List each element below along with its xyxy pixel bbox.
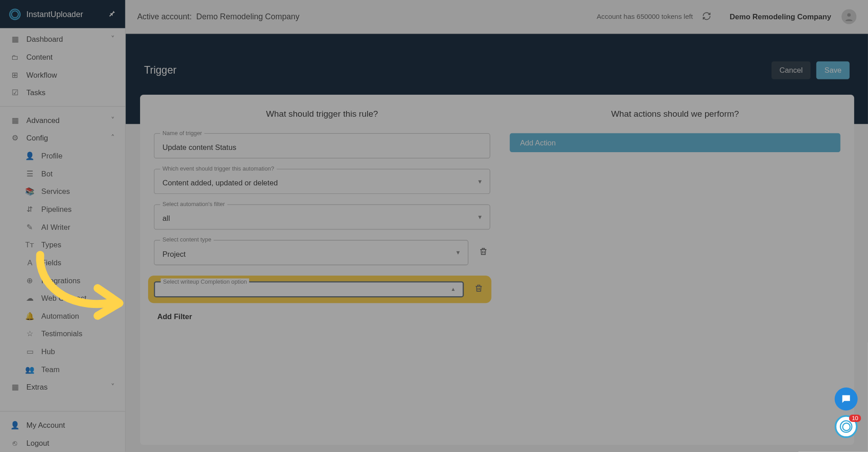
sidebar-item-label: My Account	[26, 421, 65, 430]
page-title: Trigger	[144, 64, 176, 76]
sidebar-sub-services[interactable]: 📚Services	[0, 183, 125, 201]
book-icon: 📚	[25, 187, 34, 196]
field-value: Content added, updated or deleted	[162, 179, 278, 187]
grid4-icon: ▦	[10, 383, 19, 391]
sidebar-item-label: Team	[41, 365, 60, 373]
event-select[interactable]: Which event should trigger this automati…	[154, 169, 490, 194]
field-value: all	[162, 214, 170, 223]
sidebar-item-extras[interactable]: ▦ Extras ˅	[0, 378, 125, 396]
grid2-icon: ⊞	[10, 70, 19, 79]
delete-icon[interactable]	[472, 281, 486, 298]
field-label: Select writeup Completion option	[161, 278, 249, 285]
chat-bubble-button[interactable]	[835, 387, 858, 410]
sidebar-item-label: Logout	[26, 439, 49, 447]
star-icon: ☆	[25, 329, 34, 338]
chevron-up-icon: ▲	[451, 286, 456, 292]
pencil-icon: ✎	[25, 223, 34, 231]
sidebar-item-label: Types	[41, 241, 61, 249]
sidebar-item-label: Advanced	[26, 116, 60, 124]
cancel-button[interactable]: Cancel	[772, 61, 811, 79]
sidebar-item-tasks[interactable]: ☑ Tasks	[0, 84, 125, 102]
sidebar-item-workflow[interactable]: ⊞ Workflow	[0, 66, 125, 84]
trigger-name-field[interactable]: Name of trigger Update content Status	[154, 133, 490, 158]
hub-icon: ▭	[25, 347, 34, 356]
type-icon: Tᴛ	[25, 241, 34, 249]
filter-select[interactable]: Select automation's filter all ▼	[154, 204, 490, 229]
grid-icon: ▦	[10, 35, 19, 44]
topbar: Active account: Demo Remodeling Company …	[126, 0, 868, 34]
field-label: Which event should trigger this automati…	[160, 165, 276, 171]
trigger-title: What should trigger this rule?	[154, 109, 490, 118]
sidebar-sub-hub[interactable]: ▭Hub	[0, 343, 125, 361]
sidebar-item-label: Workflow	[26, 70, 57, 79]
sidebar: InstantUploader ▦ Dashboard ˅ 🗀 Content …	[0, 0, 126, 452]
trigger-card: What should trigger this rule? Name of t…	[140, 95, 854, 445]
actions-title: What actions should we perform?	[510, 109, 841, 118]
divider	[0, 411, 125, 412]
logout-icon: ⎋	[10, 439, 19, 447]
field-label: Select automation's filter	[160, 201, 227, 207]
tutorial-arrow-icon	[33, 250, 127, 324]
save-button[interactable]: Save	[816, 61, 850, 79]
sidebar-item-label: Pipelines	[41, 205, 71, 214]
sidebar-sub-bot[interactable]: ☰Bot	[0, 165, 125, 183]
brand-name: InstantUploader	[26, 9, 102, 18]
sidebar-item-label: Services	[41, 187, 70, 196]
user-icon: 👤	[10, 421, 19, 430]
grid3-icon: ▦	[10, 116, 19, 124]
sidebar-item-label: Profile	[41, 152, 62, 160]
delete-icon[interactable]	[477, 245, 491, 261]
sidebar-sub-pipelines[interactable]: ⇵Pipelines	[0, 200, 125, 218]
sidebar-item-label: Tasks	[26, 88, 46, 97]
brand-logo-icon	[9, 9, 21, 20]
sidebar-item-label: Bot	[41, 169, 53, 178]
sidebar-sub-team[interactable]: 👥Team	[0, 360, 125, 378]
chevron-down-icon: ˅	[111, 116, 115, 124]
notification-badge: 10	[849, 414, 861, 422]
sidebar-item-label: AI Writer	[41, 223, 70, 231]
chevron-down-icon: ▼	[455, 250, 461, 256]
add-filter-link[interactable]: Add Filter	[154, 312, 490, 321]
sidebar-item-myaccount[interactable]: 👤 My Account	[0, 416, 125, 434]
bot-icon: ☰	[25, 169, 34, 178]
company-name[interactable]: Demo Remodeling Company	[730, 12, 831, 21]
sidebar-sub-aiwriter[interactable]: ✎AI Writer	[0, 218, 125, 236]
sidebar-sub-testimonials[interactable]: ☆Testimonials	[0, 325, 125, 343]
sidebar-sub-profile[interactable]: 👤Profile	[0, 147, 125, 165]
chevron-up-icon: ˄	[111, 134, 115, 142]
active-account-name: Demo Remodeling Company	[196, 12, 299, 21]
tokens-text: Account has 650000 tokens left	[597, 13, 693, 21]
sidebar-item-advanced[interactable]: ▦ Advanced ˅	[0, 111, 125, 129]
chevron-down-icon: ▼	[477, 214, 483, 220]
refresh-icon[interactable]	[702, 11, 711, 22]
sidebar-item-logout[interactable]: ⎋ Logout	[0, 434, 125, 452]
sidebar-item-label: Content	[26, 53, 53, 61]
content-type-select[interactable]: Select content type Project ▼	[154, 240, 469, 265]
sidebar-item-content[interactable]: 🗀 Content	[0, 48, 125, 66]
chevron-down-icon: ˅	[111, 383, 115, 391]
highlighted-field-callout: Select writeup Completion option ▲	[148, 276, 491, 303]
sidebar-item-label: Testimonials	[41, 329, 82, 338]
actions-column: What actions should we perform? Add Acti…	[496, 95, 854, 445]
divider	[0, 106, 125, 107]
field-label: Select content type	[160, 237, 214, 243]
sidebar-item-config[interactable]: ⚙ Config ˄	[0, 129, 125, 147]
sidebar-item-label: Config	[26, 134, 48, 142]
writeup-completion-select[interactable]: Select writeup Completion option ▲	[154, 281, 464, 298]
field-value: Update content Status	[162, 143, 237, 151]
avatar[interactable]	[842, 9, 856, 24]
field-value: Project	[162, 250, 186, 258]
sidebar-item-dashboard[interactable]: ▦ Dashboard ˅	[0, 31, 125, 48]
folder-icon: 🗀	[10, 53, 19, 61]
pin-icon[interactable]	[108, 9, 116, 19]
sidebar-header: InstantUploader	[0, 0, 125, 28]
gear-icon: ⚙	[10, 134, 19, 142]
user-icon: 👤	[25, 152, 34, 160]
svg-point-0	[847, 13, 851, 17]
add-action-button[interactable]: Add Action	[510, 133, 841, 152]
pipeline-icon: ⇵	[25, 205, 34, 214]
chevron-down-icon: ˅	[111, 35, 115, 44]
check-icon: ☑	[10, 88, 19, 97]
sidebar-item-label: Hub	[41, 347, 55, 356]
trigger-column: What should trigger this rule? Name of t…	[140, 95, 496, 445]
